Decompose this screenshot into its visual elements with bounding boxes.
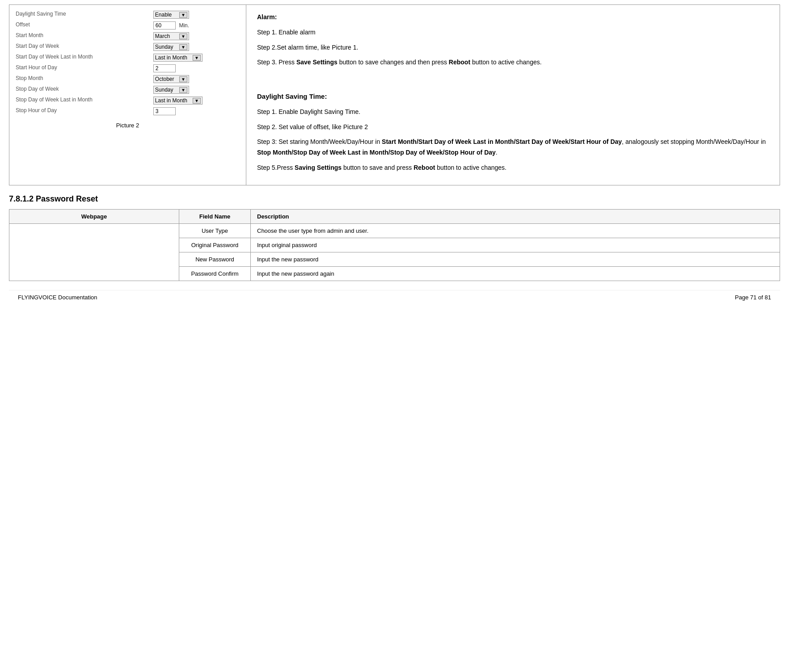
stop-dow-last-arrow[interactable]: ▼ — [193, 98, 201, 104]
field-label-stop-month: Stop Month — [14, 74, 152, 84]
pw-table-header-row: Webpage Field Name Description — [9, 209, 780, 223]
stop-dow-select[interactable]: Sunday ▼ — [153, 86, 189, 94]
start-dow-last-value: Last in Month — [155, 55, 187, 61]
password-table: Webpage Field Name Description User Type… — [9, 209, 780, 281]
field-label-start-month: Start Month — [14, 31, 152, 42]
pw-field-confirm: Password Confirm — [179, 266, 251, 281]
alarm-step-2: Step 2.Set alarm time, like Picture 1. — [257, 42, 769, 53]
pw-row-usertype: User Type Choose the user type from admi… — [9, 223, 780, 238]
left-panel: Daylight Saving Time Enable ▼ Offset — [9, 5, 246, 185]
form-row-start-dow: Start Day of Week Sunday ▼ — [14, 42, 241, 52]
start-dow-last-select[interactable]: Last in Month ▼ — [153, 54, 203, 62]
offset-input[interactable] — [153, 21, 176, 29]
footer-brand: FLYINGVOICE Documentation — [18, 294, 97, 301]
form-row-start-dow-last: Start Day of Week Last in Month Last in … — [14, 52, 241, 63]
pw-field-usertype: User Type — [179, 223, 251, 238]
pw-col-description: Description — [251, 209, 780, 223]
field-label-offset: Offset — [14, 20, 152, 31]
pw-field-new: New Password — [179, 252, 251, 266]
start-month-arrow[interactable]: ▼ — [179, 34, 187, 39]
pw-desc-original: Input original password — [251, 238, 780, 252]
stop-dow-value: Sunday — [155, 87, 173, 93]
start-dow-value: Sunday — [155, 44, 173, 50]
field-label-start-dow-last: Start Day of Week Last in Month — [14, 52, 152, 63]
start-dow-last-arrow[interactable]: ▼ — [193, 55, 201, 61]
start-month-value: March — [155, 33, 170, 39]
stop-dow-arrow[interactable]: ▼ — [179, 87, 187, 93]
section-heading: 7.8.1.2 Password Reset — [9, 194, 780, 204]
form-row-start-month: Start Month March ▼ — [14, 31, 241, 42]
dst-step-3: Step 3: Set staring Month/Week/Day/Hour … — [257, 137, 769, 158]
form-row-stop-dow: Stop Day of Week Sunday ▼ — [14, 84, 241, 95]
stop-dow-last-select[interactable]: Last in Month ▼ — [153, 97, 203, 105]
footer: FLYINGVOICE Documentation Page 71 of 81 — [9, 290, 780, 304]
field-label-start-dow: Start Day of Week — [14, 42, 152, 52]
alarm-title: Alarm: — [257, 12, 769, 23]
form-table: Daylight Saving Time Enable ▼ Offset — [14, 9, 241, 117]
form-row-start-hour: Start Hour of Day — [14, 63, 241, 74]
dst-step-5: Step 5.Press Saving Settings button to s… — [257, 163, 769, 173]
form-row-dst: Daylight Saving Time Enable ▼ — [14, 9, 241, 20]
stop-month-select[interactable]: October ▼ — [153, 75, 189, 83]
form-row-stop-month: Stop Month October ▼ — [14, 74, 241, 84]
stop-hour-input[interactable] — [153, 107, 176, 115]
start-hour-input[interactable] — [153, 64, 176, 72]
stop-month-value: October — [155, 76, 174, 82]
pw-desc-usertype: Choose the user type from admin and user… — [251, 223, 780, 238]
alarm-step-3: Step 3. Press Save Settings button to sa… — [257, 57, 769, 68]
stop-dow-last-value: Last in Month — [155, 97, 187, 104]
start-dow-arrow[interactable]: ▼ — [179, 44, 187, 50]
field-label-dst: Daylight Saving Time — [14, 9, 152, 20]
dst-step-1: Step 1. Enable Daylight Saving Time. — [257, 107, 769, 118]
pw-webpage-cell — [9, 223, 179, 281]
dst-select[interactable]: Enable ▼ — [153, 11, 189, 19]
field-label-start-hour: Start Hour of Day — [14, 63, 152, 74]
top-table: Daylight Saving Time Enable ▼ Offset — [9, 4, 780, 185]
alarm-step-1: Step 1. Enable alarm — [257, 27, 769, 38]
dst-step-2: Step 2. Set value of offset, like Pictur… — [257, 122, 769, 133]
field-label-stop-hour: Stop Hour of Day — [14, 106, 152, 117]
pw-desc-new: Input the new password — [251, 252, 780, 266]
field-label-stop-dow-last: Stop Day of Week Last in Month — [14, 95, 152, 106]
picture-caption: Picture 2 — [14, 122, 241, 129]
pw-desc-confirm: Input the new password again — [251, 266, 780, 281]
form-row-offset: Offset Min. — [14, 20, 241, 31]
pw-col-webpage: Webpage — [9, 209, 179, 223]
dst-title: Daylight Saving Time: — [257, 91, 769, 102]
start-dow-select[interactable]: Sunday ▼ — [153, 43, 189, 51]
offset-unit: Min. — [179, 22, 189, 29]
dst-select-value: Enable — [155, 12, 172, 18]
start-month-select[interactable]: March ▼ — [153, 32, 189, 40]
right-panel: Alarm: Step 1. Enable alarm Step 2.Set a… — [246, 5, 780, 185]
pw-field-original: Original Password — [179, 238, 251, 252]
footer-page-info: Page 71 of 81 — [735, 294, 771, 301]
form-row-stop-dow-last: Stop Day of Week Last in Month Last in M… — [14, 95, 241, 106]
field-label-stop-dow: Stop Day of Week — [14, 84, 152, 95]
form-row-stop-hour: Stop Hour of Day — [14, 106, 241, 117]
stop-month-arrow[interactable]: ▼ — [179, 76, 187, 82]
pw-col-field: Field Name — [179, 209, 251, 223]
dst-select-arrow[interactable]: ▼ — [179, 12, 187, 18]
